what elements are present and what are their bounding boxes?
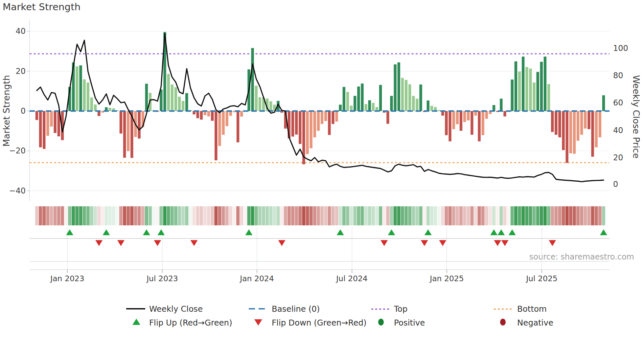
heatmap-cell bbox=[562, 206, 565, 225]
heatmap-cell bbox=[277, 206, 280, 225]
heatmap-cell bbox=[481, 206, 485, 225]
heatmap-cell bbox=[130, 206, 133, 225]
heatmap-cell bbox=[437, 206, 441, 225]
strength-bar bbox=[332, 111, 334, 124]
strength-bar bbox=[394, 64, 396, 111]
heatmap-cell bbox=[298, 206, 302, 225]
heatmap-cell bbox=[97, 206, 101, 225]
heatmap-cell bbox=[119, 206, 123, 225]
strength-bar bbox=[522, 57, 524, 111]
strength-bar bbox=[533, 82, 535, 111]
strength-bar bbox=[463, 111, 466, 122]
flip-up-marker bbox=[490, 229, 497, 235]
strength-bar bbox=[511, 79, 514, 111]
heatmap-cell bbox=[251, 206, 254, 225]
heatmap-cell bbox=[536, 206, 540, 225]
strength-bar bbox=[456, 111, 459, 124]
heatmap-cell bbox=[320, 206, 324, 225]
heatmap-cell bbox=[324, 206, 327, 225]
strength-bar bbox=[237, 111, 239, 142]
heatmap-cell bbox=[90, 206, 93, 225]
heatmap-cell bbox=[419, 206, 423, 225]
flip-up-marker bbox=[388, 229, 395, 235]
heatmap-cell bbox=[265, 206, 269, 225]
strength-bar bbox=[328, 111, 331, 135]
strength-bar bbox=[569, 111, 572, 153]
heatmap-cell bbox=[401, 206, 404, 225]
strength-bar bbox=[460, 111, 462, 131]
strength-bar bbox=[310, 111, 312, 148]
strength-bar bbox=[602, 95, 605, 111]
strength-bar bbox=[467, 111, 470, 121]
strength-bar bbox=[295, 111, 298, 135]
heatmap-cell bbox=[108, 206, 112, 225]
heatmap-cell bbox=[211, 206, 214, 225]
heatmap-cell bbox=[511, 206, 514, 225]
strength-bar bbox=[599, 111, 601, 137]
strength-bar bbox=[503, 111, 506, 116]
strength-bar bbox=[39, 111, 42, 147]
strength-bar bbox=[255, 86, 258, 111]
heatmap-cell bbox=[167, 206, 170, 225]
strength-bar bbox=[515, 61, 517, 111]
strength-bar bbox=[54, 111, 56, 133]
strength-bar bbox=[339, 105, 342, 111]
heatmap-cell bbox=[46, 206, 49, 225]
heatmap-cell bbox=[459, 206, 463, 225]
strength-bar bbox=[46, 111, 49, 136]
heatmap-cell bbox=[390, 206, 393, 225]
strength-bar bbox=[427, 101, 429, 111]
heatmap-cell bbox=[503, 206, 507, 225]
strength-bar bbox=[317, 111, 320, 131]
strength-bar bbox=[390, 96, 393, 111]
strength-bar bbox=[419, 84, 422, 111]
heatmap-cell bbox=[430, 206, 433, 225]
weekly-close-line-swatch bbox=[126, 308, 145, 309]
heatmap-cell bbox=[273, 206, 276, 225]
flip-down-marker bbox=[421, 240, 428, 246]
heatmap-cell bbox=[573, 206, 576, 225]
heatmap-cell bbox=[569, 206, 572, 225]
legend-negative: Negative bbox=[517, 318, 553, 328]
strength-bar bbox=[145, 84, 148, 111]
strength-bar bbox=[200, 111, 203, 120]
flip-up-icon bbox=[132, 319, 140, 325]
strength-bar bbox=[577, 111, 579, 141]
heatmap-cell bbox=[79, 206, 82, 225]
heatmap-cell bbox=[342, 206, 346, 225]
heatmap-cell bbox=[57, 206, 60, 225]
heatmap-cell bbox=[452, 206, 455, 225]
heatmap-cell bbox=[64, 206, 68, 225]
strength-bar bbox=[551, 111, 554, 132]
strength-bar bbox=[445, 111, 448, 135]
heatmap-cell bbox=[565, 206, 569, 225]
heatmap-cell bbox=[302, 206, 305, 225]
heatmap-cell bbox=[247, 206, 250, 225]
heatmap-cell bbox=[291, 206, 294, 225]
heatmap-cell bbox=[445, 206, 448, 225]
flip-up-marker bbox=[509, 229, 516, 235]
heatmap-cell bbox=[474, 206, 477, 225]
heatmap-cell bbox=[386, 206, 389, 225]
heatmap-cell bbox=[123, 206, 126, 225]
heatmap-cell bbox=[35, 206, 38, 225]
heatmap-cell bbox=[543, 206, 547, 225]
heatmap-cell bbox=[126, 206, 130, 225]
strength-bar bbox=[368, 100, 371, 111]
baseline-dash-swatch bbox=[249, 308, 267, 309]
heatmap-cell bbox=[434, 206, 437, 225]
heatmap-cell bbox=[554, 206, 558, 225]
heatmap-cell bbox=[317, 206, 320, 225]
heatmap-cell bbox=[112, 206, 115, 225]
heatmap-cell bbox=[591, 206, 594, 225]
strength-bar bbox=[324, 111, 327, 121]
heatmap-cell bbox=[496, 206, 499, 225]
heatmap-cell bbox=[467, 206, 470, 225]
heatmap-cell bbox=[412, 206, 415, 225]
heatmap-cell bbox=[104, 206, 108, 225]
heatmap-cell bbox=[174, 206, 177, 225]
heatmap-cell bbox=[116, 206, 119, 225]
heatmap-cell bbox=[339, 206, 342, 225]
strength-bar bbox=[167, 74, 170, 111]
heatmap-cell bbox=[54, 206, 57, 225]
